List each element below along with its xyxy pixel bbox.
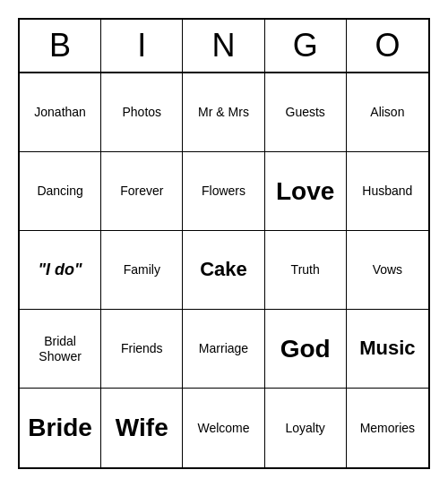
bingo-cell: Music bbox=[347, 310, 428, 389]
bingo-cell: Bridal Shower bbox=[20, 310, 101, 389]
bingo-cell: Dancing bbox=[20, 152, 101, 231]
bingo-cell: Cake bbox=[183, 231, 264, 310]
bingo-cell: Friends bbox=[101, 310, 183, 389]
bingo-cell: Alison bbox=[347, 73, 428, 152]
bingo-cell: Jonathan bbox=[20, 73, 101, 152]
bingo-cell: Bride bbox=[20, 389, 101, 467]
bingo-cell: Husband bbox=[347, 152, 428, 231]
bingo-cell: Family bbox=[101, 231, 183, 310]
bingo-header-letter: N bbox=[183, 20, 264, 72]
bingo-cell: Marriage bbox=[183, 310, 264, 389]
bingo-cell: God bbox=[265, 310, 347, 389]
bingo-cell: Guests bbox=[265, 73, 347, 152]
bingo-header-letter: I bbox=[101, 20, 183, 72]
bingo-header-letter: B bbox=[20, 20, 101, 72]
bingo-cell: "I do" bbox=[20, 231, 101, 310]
bingo-cell: Mr & Mrs bbox=[183, 73, 264, 152]
bingo-cell: Vows bbox=[347, 231, 428, 310]
bingo-grid: JonathanPhotosMr & MrsGuestsAlisonDancin… bbox=[20, 73, 428, 467]
bingo-header-letter: G bbox=[265, 20, 347, 72]
bingo-cell: Memories bbox=[347, 389, 428, 467]
bingo-cell: Loyalty bbox=[265, 389, 347, 467]
bingo-cell: Truth bbox=[265, 231, 347, 310]
bingo-header: BINGO bbox=[20, 20, 428, 73]
bingo-cell: Forever bbox=[101, 152, 183, 231]
bingo-cell: Photos bbox=[101, 73, 183, 152]
bingo-cell: Welcome bbox=[183, 389, 264, 467]
bingo-card: BINGO JonathanPhotosMr & MrsGuestsAlison… bbox=[18, 18, 430, 469]
bingo-header-letter: O bbox=[347, 20, 428, 72]
bingo-cell: Love bbox=[265, 152, 347, 231]
bingo-cell: Wife bbox=[101, 389, 183, 467]
bingo-cell: Flowers bbox=[183, 152, 264, 231]
